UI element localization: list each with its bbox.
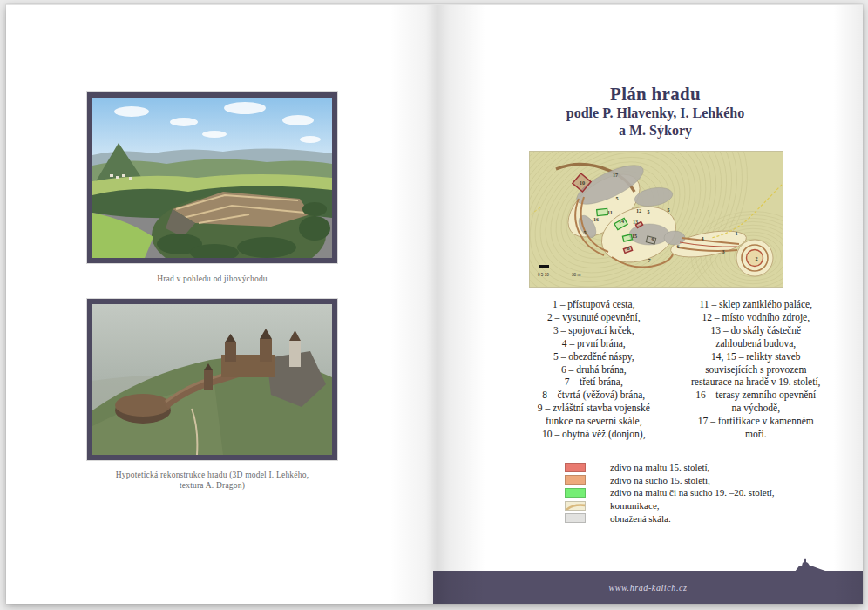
color-legend: zdivo na maltu 15. století, zdivo na suc… xyxy=(565,461,852,525)
footer-band: www.hrad-kalich.cz xyxy=(433,571,863,604)
color-legend-row: zdivo na maltu či na sucho 19. –20. stol… xyxy=(565,486,852,499)
tower-2 xyxy=(260,339,272,362)
white-tower xyxy=(289,341,301,367)
left-page: Hrad v pohledu od jihovýchodu xyxy=(6,5,433,604)
bastion-top xyxy=(115,394,171,417)
svg-text:4: 4 xyxy=(701,235,703,241)
svg-text:5: 5 xyxy=(583,229,586,235)
color-legend-row: obnažená skála. xyxy=(565,512,852,525)
svg-text:16: 16 xyxy=(593,216,599,222)
svg-text:5: 5 xyxy=(615,195,618,201)
aerial-photo xyxy=(87,92,337,263)
svg-text:0 5 10: 0 5 10 xyxy=(538,273,549,277)
svg-text:5: 5 xyxy=(647,208,649,214)
tower-1 xyxy=(225,342,236,362)
legend-column-right: 11 – sklep zaniklého paláce, 12 – místo … xyxy=(672,298,840,441)
svg-text:7: 7 xyxy=(648,257,650,263)
svg-text:8: 8 xyxy=(627,245,629,251)
svg-text:30 m: 30 m xyxy=(572,273,580,277)
swatch-bare-rock xyxy=(565,513,586,523)
color-legend-row: zdivo na maltu 15. století, xyxy=(565,461,852,474)
svg-text:11: 11 xyxy=(607,209,613,215)
castle-silhouette-icon xyxy=(795,558,828,572)
website-url-link[interactable]: www.hrad-kalich.cz xyxy=(608,583,687,593)
reconstruction-illustration xyxy=(92,304,332,455)
svg-text:2: 2 xyxy=(755,255,757,261)
svg-text:6: 6 xyxy=(676,243,679,249)
svg-text:5: 5 xyxy=(667,207,669,213)
color-legend-row: komunikace, xyxy=(565,499,852,512)
foreground-grass xyxy=(92,213,153,258)
castle-plan-map: 0 5 10 30 m 1017511125516141351594168372 xyxy=(529,151,783,288)
right-page: Plán hradu podle P. Hlavenky, I. Lehkého… xyxy=(433,5,863,604)
gate-tower xyxy=(204,370,213,390)
reconstruction-photo xyxy=(87,299,337,460)
numbered-legend: 1 – přístupová cesta, 2 – vysunuté opevn… xyxy=(516,298,840,441)
swatch-path-communication xyxy=(565,501,586,511)
legend-column-left: 1 – přístupová cesta, 2 – vysunuté opevn… xyxy=(516,298,672,441)
svg-text:9: 9 xyxy=(651,236,654,242)
svg-text:10: 10 xyxy=(580,180,585,186)
svg-text:12: 12 xyxy=(636,207,641,214)
swatch-green-modern xyxy=(565,488,586,498)
page-subtitle-2: a M. Sýkory xyxy=(449,122,862,139)
page-title-block: Plán hradu podle P. Hlavenky, I. Lehkého… xyxy=(449,84,862,139)
svg-text:14: 14 xyxy=(619,218,624,224)
svg-text:1: 1 xyxy=(735,230,737,236)
plan-map-svg: 0 5 10 30 m 1017511125516141351594168372 xyxy=(530,152,783,287)
svg-text:13: 13 xyxy=(633,219,638,225)
book-spread: Hrad v pohledu od jihovýchodu xyxy=(6,4,863,604)
aerial-photo-illustration xyxy=(92,98,332,258)
page-title: Plán hradu xyxy=(449,84,862,105)
color-legend-row: zdivo na sucho 15. století, xyxy=(565,474,852,487)
svg-text:17: 17 xyxy=(613,172,618,178)
photo1-caption: Hrad v pohledu od jihovýchodu xyxy=(58,274,366,284)
photo2-caption: Hypotetická rekonstrukce hradu (3D model… xyxy=(58,470,366,491)
page-subtitle-1: podle P. Hlavenky, I. Lehkého xyxy=(449,105,862,122)
svg-text:3: 3 xyxy=(722,248,724,254)
swatch-orange-dry xyxy=(565,475,586,485)
svg-text:15: 15 xyxy=(632,233,637,239)
swatch-red-mortar xyxy=(565,463,586,472)
